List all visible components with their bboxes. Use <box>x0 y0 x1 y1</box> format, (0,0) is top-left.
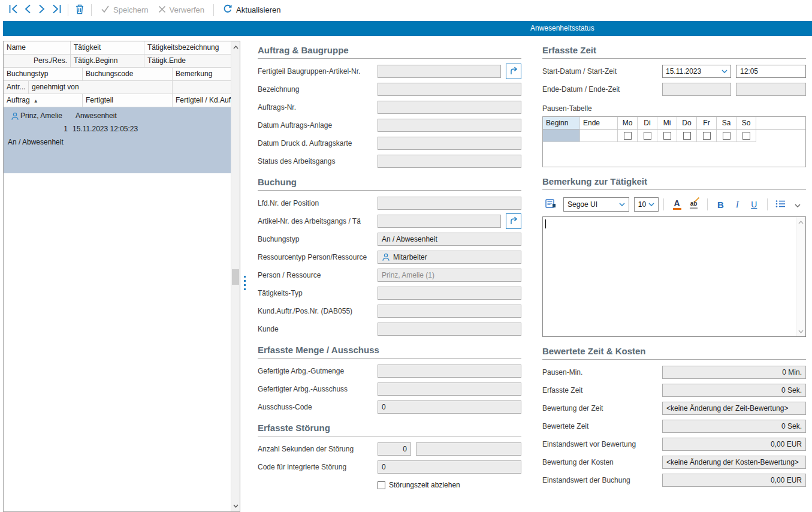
font-size-select[interactable]: 10 <box>634 197 659 212</box>
pausen-mo-checkbox[interactable] <box>624 132 632 140</box>
refresh-button[interactable]: Aktualisieren <box>222 4 282 16</box>
section-title: Erfasste Menge / Ausschuss <box>258 345 521 359</box>
column-header-buchungscode[interactable]: Buchungscode <box>83 68 173 80</box>
column-header-taetigk-ende[interactable]: Tätigk.Ende <box>144 55 231 67</box>
stoerung-zusatz-field <box>416 442 521 456</box>
pausen-beginn-cell[interactable] <box>543 129 580 142</box>
text-module-button[interactable] <box>545 197 557 212</box>
bemerkung-textarea[interactable] <box>542 216 806 337</box>
start-date-picker[interactable]: 15.11.2023 <box>662 65 731 78</box>
pausen-col-beginn[interactable]: Beginn <box>543 117 580 129</box>
more-options-button[interactable] <box>792 197 804 212</box>
section-title: Erfasste Störung <box>258 423 521 436</box>
scroll-up-icon[interactable] <box>231 43 240 52</box>
pausen-mi-checkbox[interactable] <box>663 132 671 140</box>
detail-form-right: Erfasste Zeit Start-Datum / Start-Zeit 1… <box>542 45 806 496</box>
column-header-name[interactable]: Name <box>4 41 71 54</box>
navigate-last-button[interactable] <box>49 3 64 17</box>
pausen-col-do[interactable]: Do <box>677 117 697 129</box>
list-header-row-1: Name Tätigkeit Tätigkeitsbezeichnung <box>4 41 231 55</box>
ausschuss-code-field: 0 <box>378 400 521 414</box>
highlight-button[interactable]: ab <box>688 197 700 212</box>
ressourcentyp-field: Mitarbeiter <box>378 251 521 264</box>
field-label: Gefertigter Arbg.-Ausschuss <box>258 385 378 393</box>
underline-button[interactable]: U <box>748 197 760 212</box>
scroll-up-icon[interactable] <box>796 218 805 227</box>
refresh-icon <box>223 4 233 16</box>
chevron-right-icon <box>38 4 46 16</box>
pausen-so-checkbox[interactable] <box>742 132 750 140</box>
save-label: Speichern <box>113 5 149 14</box>
person-icon <box>382 253 390 261</box>
jump-to-artikel-button[interactable] <box>506 64 521 79</box>
column-header-fertigteil[interactable]: Fertigteil <box>83 94 173 107</box>
booking-list: Name Tätigkeit Tätigkeitsbezeichnung Per… <box>4 41 231 511</box>
row-buchungstyp: An / Abwesenheit <box>8 135 64 149</box>
font-color-icon: A <box>673 199 681 210</box>
main-toolbar: Speichern Verwerfen Aktualisieren <box>0 0 812 20</box>
navigate-first-button[interactable] <box>6 3 20 17</box>
scroll-down-icon[interactable] <box>796 327 805 336</box>
column-header-bemerkung[interactable]: Bemerkung <box>173 68 231 80</box>
column-header-buchungstyp[interactable]: Buchungstyp <box>4 68 83 80</box>
column-header-taetigkeitsbezeichnung[interactable]: Tätigkeitsbezeichnung <box>144 41 231 54</box>
app-window: Speichern Verwerfen Aktualisieren Anwese… <box>0 0 812 512</box>
einstandswert-vor-field: 0,00 EUR <box>662 438 806 451</box>
navigate-previous-button[interactable] <box>20 3 35 17</box>
column-header-auftrag[interactable]: Auftrag▲ <box>4 94 83 107</box>
ausschuss-field <box>378 383 521 396</box>
chevron-down-icon <box>648 203 654 206</box>
x-cross-icon <box>158 5 166 15</box>
pausen-col-di[interactable]: Di <box>638 117 657 129</box>
pausen-sa-checkbox[interactable] <box>723 132 731 140</box>
status-arbeitsgang-field <box>378 155 521 168</box>
section-auftrag-baugruppe: Auftrag & Baugruppe Fertigteil Baugruppe… <box>258 45 521 168</box>
bullet-list-button[interactable] <box>775 197 787 212</box>
gutmenge-field <box>378 365 521 378</box>
bold-icon: B <box>717 200 724 210</box>
column-header-taetigkeit[interactable]: Tätigkeit <box>71 41 144 54</box>
scrollbar-thumb[interactable] <box>232 269 239 285</box>
list-header-row-2: Pers./Res. Tätigk.Beginn Tätigk.Ende <box>4 55 231 68</box>
discard-button[interactable]: Verwerfen <box>157 5 206 15</box>
pausen-di-checkbox[interactable] <box>644 132 651 140</box>
stoerung-sekunden-field: 0 <box>378 442 411 456</box>
font-family-select[interactable]: Segoe UI <box>563 197 629 212</box>
column-header-fertigteil-kdauftrag[interactable]: Fertigteil / Kd.Auftrag <box>173 94 231 107</box>
erfasste-zeit-field: 0 Sek. <box>662 384 806 397</box>
scroll-down-icon[interactable] <box>231 501 240 510</box>
column-header-empty[interactable] <box>173 81 231 94</box>
pausen-col-mi[interactable]: Mi <box>657 117 677 129</box>
font-color-button[interactable]: A <box>671 197 683 212</box>
pausen-col-fr[interactable]: Fr <box>697 117 717 129</box>
selected-booking-row[interactable]: Prinz, Amelie Anwesenheit 1 15.11.2023 1… <box>4 107 231 173</box>
sort-ascending-icon: ▲ <box>34 98 38 104</box>
jump-to-arbeitsgang-button[interactable] <box>506 213 521 229</box>
section-erfasste-menge: Erfasste Menge / Ausschuss Gefertigte Ar… <box>258 345 521 414</box>
italic-button[interactable]: I <box>731 197 743 212</box>
column-header-genehmigt-von[interactable]: genehmigt von <box>29 81 173 94</box>
bold-button[interactable]: B <box>714 197 726 212</box>
delete-button[interactable] <box>73 3 87 17</box>
list-scrollbar[interactable] <box>231 41 240 511</box>
pausen-col-sa[interactable]: Sa <box>717 117 736 129</box>
datum-druck-field <box>378 137 521 150</box>
pausen-fr-checkbox[interactable] <box>703 132 711 140</box>
pausen-col-so[interactable]: So <box>736 117 756 129</box>
pausen-data-row[interactable] <box>543 129 805 142</box>
column-header-taetigk-beginn[interactable]: Tätigk.Beginn <box>71 55 144 67</box>
start-time-input[interactable]: 12:05 <box>736 65 806 78</box>
save-button[interactable]: Speichern <box>99 5 150 15</box>
pausen-do-checkbox[interactable] <box>683 132 691 140</box>
pausen-ende-cell[interactable] <box>580 129 618 142</box>
pausen-col-mo[interactable]: Mo <box>618 117 638 129</box>
pausen-col-ende[interactable]: Ende <box>580 117 618 129</box>
navigate-next-button[interactable] <box>35 3 49 17</box>
column-header-pers-res[interactable]: Pers./Res. <box>4 55 71 67</box>
column-header-antrag[interactable]: Antr... <box>4 81 29 94</box>
field-label: Buchungstyp <box>258 235 378 243</box>
textarea-scrollbar[interactable] <box>796 217 805 336</box>
stoerungszeit-abziehen-checkbox[interactable] <box>378 481 385 489</box>
text-caret <box>545 219 546 228</box>
panel-splitter[interactable] <box>244 276 246 290</box>
